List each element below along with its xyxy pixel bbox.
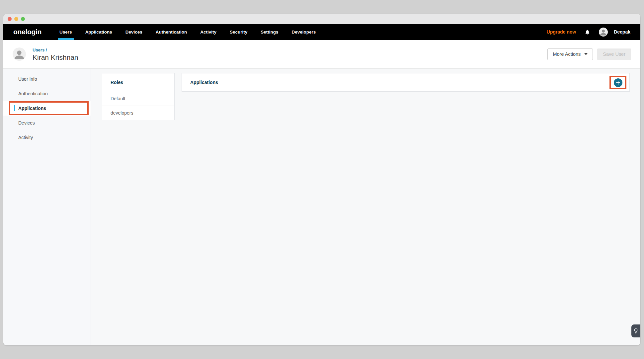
sidebar-item-applications[interactable]: Applications (3, 101, 91, 116)
nav-tab-settings[interactable]: Settings (254, 24, 285, 40)
sidebar-item-user-info[interactable]: User Info (3, 72, 91, 86)
nav-tabs: Users Applications Devices Authenticatio… (53, 24, 322, 40)
more-actions-button[interactable]: More Actions (547, 48, 593, 60)
applications-panel-title: Applications (182, 73, 629, 91)
content-area: User Info Authentication Applications De… (3, 69, 640, 345)
user-detail-sidebar: User Info Authentication Applications De… (3, 69, 91, 345)
notifications-bell-icon[interactable] (585, 29, 590, 35)
user-avatar[interactable] (599, 28, 608, 37)
active-indicator-bar (14, 105, 15, 111)
nav-tab-applications[interactable]: Applications (79, 24, 119, 40)
sidebar-item-label: Activity (18, 135, 33, 140)
chevron-down-icon (584, 53, 588, 55)
role-row-developers[interactable]: developers (102, 106, 174, 120)
header-actions: More Actions Save User (547, 48, 631, 60)
save-user-label: Save User (603, 51, 625, 57)
breadcrumb-users-link[interactable]: Users / (33, 47, 47, 52)
help-lightbulb-tab[interactable] (631, 324, 640, 337)
user-menu[interactable]: Deepak (614, 29, 630, 35)
minimize-window-button[interactable] (14, 17, 18, 21)
more-actions-label: More Actions (553, 51, 581, 57)
nav-right-cluster: Upgrade now Deepak (547, 24, 630, 40)
sidebar-item-authentication[interactable]: Authentication (3, 86, 91, 101)
sidebar-item-label: Applications (18, 106, 46, 111)
main-panel: Roles Default developers Applications (91, 69, 640, 345)
onelogin-logo[interactable]: onelogin (13, 28, 41, 36)
applications-panel: Applications (182, 73, 630, 92)
person-icon (13, 47, 26, 61)
nav-tab-authentication[interactable]: Authentication (149, 24, 194, 40)
profile-avatar (13, 47, 26, 61)
nav-tab-users[interactable]: Users (53, 24, 79, 40)
sidebar-item-devices[interactable]: Devices (3, 116, 91, 130)
save-user-button[interactable]: Save User (597, 48, 631, 60)
page-header: Users / Kiran Krishnan More Actions Save… (3, 40, 640, 69)
nav-tab-security[interactable]: Security (223, 24, 254, 40)
nav-tab-activity[interactable]: Activity (194, 24, 223, 40)
roles-panel-title: Roles (102, 73, 174, 91)
person-icon (599, 28, 608, 37)
plus-icon (616, 81, 620, 85)
lightbulb-icon (634, 328, 638, 334)
sidebar-item-label: Authentication (18, 91, 48, 96)
add-application-button[interactable] (614, 78, 622, 87)
sidebar-item-activity[interactable]: Activity (3, 130, 91, 145)
sidebar-item-label: Devices (18, 120, 35, 126)
sidebar-item-label: User Info (18, 76, 37, 82)
browser-window: onelogin Users Applications Devices Auth… (3, 14, 640, 345)
zoom-window-button[interactable] (21, 17, 25, 21)
top-navigation-bar: onelogin Users Applications Devices Auth… (3, 24, 640, 40)
role-row-default[interactable]: Default (102, 91, 174, 106)
close-window-button[interactable] (8, 17, 12, 21)
page-title: Kiran Krishnan (33, 53, 78, 61)
window-titlebar (3, 14, 640, 24)
page-title-block: Users / Kiran Krishnan (33, 47, 78, 61)
roles-panel: Roles Default developers (102, 73, 175, 120)
nav-tab-developers[interactable]: Developers (285, 24, 323, 40)
nav-tab-devices[interactable]: Devices (119, 24, 149, 40)
upgrade-now-link[interactable]: Upgrade now (547, 29, 576, 35)
